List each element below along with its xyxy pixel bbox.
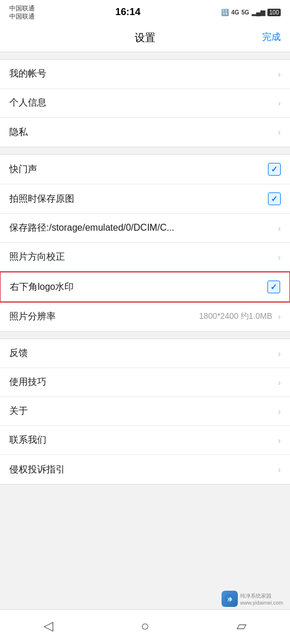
carrier-info: 中国联通 中国联通: [9, 4, 35, 21]
home-icon: ○: [141, 618, 150, 634]
back-icon: ◁: [44, 618, 53, 634]
chevron-icon: ›: [278, 465, 281, 474]
chevron-icon: ›: [278, 70, 281, 79]
watermark-area: 净 纯净系统家园 www.yidaimei.com: [0, 588, 290, 609]
list-item-save-original[interactable]: 拍照时保存原图: [0, 184, 290, 214]
settings-group-2: 快门声 拍照时保存原图 保存路径:/storage/emulated/0/DCI…: [0, 154, 290, 332]
chevron-icon: ›: [278, 128, 281, 137]
status-bar: 中国联通 中国联通 16:14 🔢 4G 5G ▂▄▆ 100: [0, 0, 290, 23]
bottom-navigation: ◁ ○ ▱: [0, 609, 290, 644]
list-item-complaint[interactable]: 侵权投诉指引 ›: [0, 455, 290, 484]
feedback-label: 反馈: [9, 347, 276, 359]
list-item-feedback[interactable]: 反馈 ›: [0, 339, 290, 368]
list-item-watermark[interactable]: 右下角logo水印: [0, 271, 290, 303]
chevron-icon: ›: [278, 253, 281, 262]
recents-icon: ▱: [237, 618, 246, 634]
watermark-logo-icon: 净: [222, 591, 238, 607]
watermark-label: 右下角logo水印: [10, 281, 267, 293]
resolution-label: 照片分辨率: [9, 311, 199, 323]
list-item-account[interactable]: 我的帐号 ›: [0, 60, 290, 89]
spacer-2: [0, 147, 290, 154]
account-label: 我的帐号: [9, 68, 276, 80]
save-original-label: 拍照时保存原图: [9, 193, 268, 205]
navigation-bar: 设置 完成: [0, 23, 290, 52]
orientation-label: 照片方向校正: [9, 251, 276, 263]
watermark-text: 纯净系统家园 www.yidaimei.com: [240, 592, 283, 606]
spacer-3: [0, 332, 290, 339]
contact-label: 联系我们: [9, 434, 276, 446]
status-icons: 🔢 4G 5G ▂▄▆ 100: [221, 9, 281, 16]
chevron-icon: ›: [278, 436, 281, 445]
carrier2-label: 中国联通: [9, 12, 35, 20]
chevron-icon: ›: [278, 312, 281, 321]
chevron-icon: ›: [278, 224, 281, 233]
save-path-label: 保存路径:/storage/emulated/0/DCIM/C...: [9, 222, 276, 234]
watermark-checkbox[interactable]: [267, 281, 280, 293]
spacer-4: [0, 485, 290, 588]
list-item-privacy[interactable]: 隐私 ›: [0, 118, 290, 147]
chevron-icon: ›: [278, 407, 281, 416]
list-item-shutter[interactable]: 快门声: [0, 155, 290, 184]
list-item-save-path[interactable]: 保存路径:/storage/emulated/0/DCIM/C... ›: [0, 214, 290, 243]
list-item-contact[interactable]: 联系我们 ›: [0, 426, 290, 455]
home-button[interactable]: ○: [97, 618, 194, 634]
save-original-checkbox[interactable]: [268, 192, 281, 205]
list-item-resolution[interactable]: 照片分辨率 1800*2400 约1.0MB ›: [0, 302, 290, 331]
network-5g-icon: 5G: [241, 9, 249, 16]
complaint-label: 侵权投诉指引: [9, 464, 276, 476]
about-label: 关于: [9, 405, 276, 417]
settings-group-3: 反馈 › 使用技巧 › 关于 › 联系我们 › 侵权投诉指引 ›: [0, 339, 290, 485]
privacy-label: 隐私: [9, 126, 276, 139]
tips-label: 使用技巧: [9, 376, 276, 388]
list-item-tips[interactable]: 使用技巧 ›: [0, 368, 290, 397]
chevron-icon: ›: [278, 378, 281, 387]
profile-label: 个人信息: [9, 97, 276, 109]
page-title: 设置: [32, 31, 258, 45]
chevron-icon: ›: [278, 99, 281, 108]
signal-icon: 🔢: [221, 9, 229, 16]
shutter-checkbox[interactable]: [268, 163, 281, 176]
svg-text:净: 净: [227, 597, 233, 602]
shutter-label: 快门声: [9, 163, 268, 176]
spacer-1: [0, 52, 290, 59]
resolution-value: 1800*2400 约1.0MB: [199, 311, 272, 322]
done-button[interactable]: 完成: [258, 31, 281, 43]
list-item-about[interactable]: 关于 ›: [0, 397, 290, 426]
carrier1-label: 中国联通: [9, 4, 35, 12]
settings-group-1: 我的帐号 › 个人信息 › 隐私 ›: [0, 59, 290, 147]
recents-button[interactable]: ▱: [193, 618, 290, 634]
watermark-badge: 净 纯净系统家园 www.yidaimei.com: [222, 591, 283, 607]
brand-label: 纯净系统家园: [240, 592, 283, 600]
battery-icon: 100: [267, 9, 281, 16]
site-label: www.yidaimei.com: [240, 600, 283, 606]
list-item-orientation[interactable]: 照片方向校正 ›: [0, 243, 290, 272]
list-item-profile[interactable]: 个人信息 ›: [0, 89, 290, 118]
wifi-signal-icon: ▂▄▆: [252, 9, 266, 16]
network-4g-icon: 4G: [231, 9, 239, 16]
time-display: 16:14: [115, 6, 140, 18]
chevron-icon: ›: [278, 349, 281, 358]
back-button[interactable]: ◁: [0, 618, 97, 634]
